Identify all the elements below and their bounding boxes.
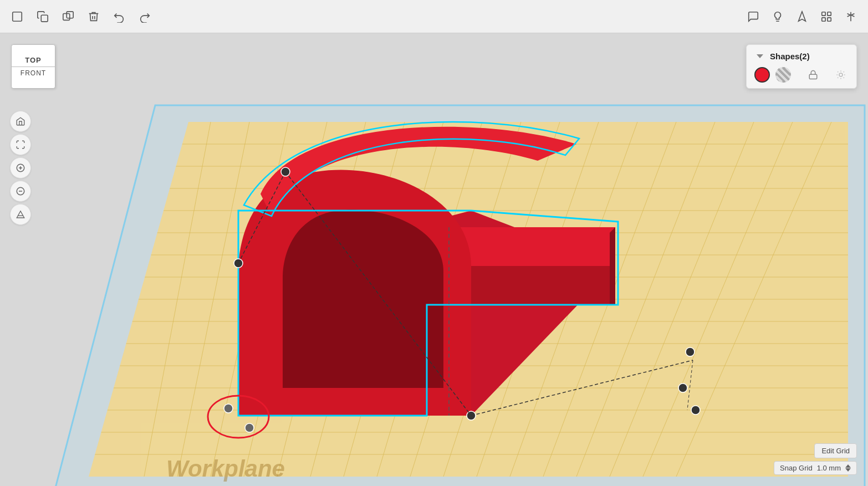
toolbar bbox=[0, 0, 868, 33]
svg-point-62 bbox=[678, 383, 687, 392]
view-cube[interactable]: TOP FRONT bbox=[11, 44, 55, 105]
svg-point-66 bbox=[245, 423, 254, 432]
copy-button[interactable] bbox=[32, 6, 53, 27]
panel-collapse-arrow[interactable] bbox=[754, 50, 765, 62]
main-canvas[interactable]: Workplane bbox=[0, 33, 868, 486]
layers-button[interactable] bbox=[816, 6, 837, 27]
edit-grid-button[interactable]: Edit Grid bbox=[814, 443, 857, 458]
svg-rect-7 bbox=[822, 17, 825, 21]
export-button[interactable] bbox=[792, 6, 813, 27]
snap-down-arrow[interactable] bbox=[845, 468, 851, 472]
zoom-in-tool-button[interactable] bbox=[10, 157, 31, 178]
color-swatch-striped[interactable] bbox=[775, 67, 791, 83]
fit-view-tool-button[interactable] bbox=[10, 134, 31, 155]
svg-marker-50 bbox=[610, 227, 615, 305]
svg-point-61 bbox=[686, 347, 695, 356]
view-cube-front-label: FRONT bbox=[12, 66, 55, 77]
perspective-tool-button[interactable] bbox=[10, 204, 31, 225]
svg-text:Workplane: Workplane bbox=[166, 456, 285, 482]
svg-line-80 bbox=[838, 71, 838, 72]
home-tool-button[interactable] bbox=[10, 111, 31, 132]
svg-line-81 bbox=[844, 78, 844, 78]
svg-rect-6 bbox=[828, 12, 831, 15]
color-swatch-red[interactable] bbox=[754, 67, 770, 83]
snap-grid-value: 1.0 mm bbox=[817, 464, 841, 472]
snap-grid-control[interactable]: Snap Grid 1.0 mm bbox=[774, 461, 857, 475]
duplicate-button[interactable] bbox=[58, 6, 79, 27]
svg-rect-0 bbox=[13, 12, 22, 21]
svg-marker-74 bbox=[17, 211, 24, 218]
svg-point-65 bbox=[224, 404, 233, 413]
community-button[interactable] bbox=[743, 6, 764, 27]
left-tools-panel bbox=[10, 111, 31, 225]
scene-svg: Workplane bbox=[0, 33, 868, 486]
toolbar-right bbox=[743, 6, 861, 27]
undo-button[interactable] bbox=[109, 6, 130, 27]
delete-button[interactable] bbox=[83, 6, 104, 27]
svg-rect-8 bbox=[828, 17, 831, 21]
view-cube-top-label: TOP bbox=[25, 56, 42, 64]
light-icon-button[interactable] bbox=[833, 67, 849, 83]
snap-grid-label: Snap Grid bbox=[780, 464, 813, 472]
new-shape-button[interactable] bbox=[7, 6, 28, 27]
svg-rect-76 bbox=[809, 74, 817, 79]
svg-line-85 bbox=[844, 71, 844, 72]
svg-rect-5 bbox=[822, 12, 825, 15]
snap-grid-arrows[interactable] bbox=[845, 464, 851, 472]
shapes-panel-title: Shapes(2) bbox=[770, 52, 810, 61]
snap-up-arrow[interactable] bbox=[845, 464, 851, 468]
redo-button[interactable] bbox=[134, 6, 155, 27]
lock-icon-button[interactable] bbox=[805, 67, 821, 83]
shapes-panel-header: Shapes(2) bbox=[754, 50, 849, 62]
svg-rect-1 bbox=[41, 15, 48, 22]
svg-point-63 bbox=[691, 406, 700, 415]
shapes-panel: Shapes(2) bbox=[746, 44, 857, 89]
shapes-colors-row bbox=[754, 67, 849, 83]
lightbulb-button[interactable] bbox=[767, 6, 788, 27]
zoom-out-tool-button[interactable] bbox=[10, 181, 31, 202]
svg-point-77 bbox=[839, 73, 843, 76]
svg-marker-4 bbox=[799, 11, 806, 21]
view-cube-box[interactable]: TOP FRONT bbox=[11, 44, 55, 89]
mirror-button[interactable] bbox=[840, 6, 861, 27]
svg-line-84 bbox=[838, 78, 838, 78]
